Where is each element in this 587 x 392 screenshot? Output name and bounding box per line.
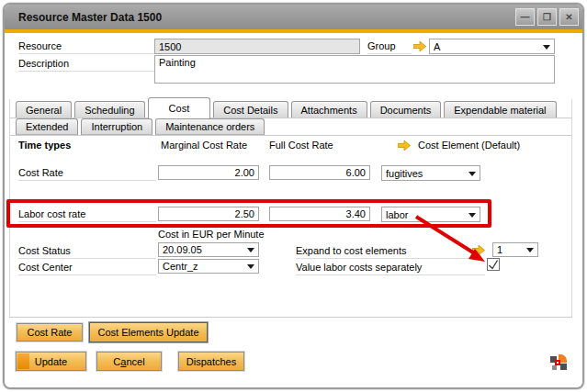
full-cost-rate-header: Full Cost Rate — [269, 140, 333, 152]
group-value: A — [434, 41, 440, 52]
chevron-down-icon — [247, 248, 254, 252]
value-labor-costs-checkbox[interactable] — [487, 258, 500, 271]
cost-element-header: Cost Element (Default) — [418, 140, 520, 152]
cost-rate-cost-element-select[interactable]: fugitives — [381, 165, 480, 181]
tab-general[interactable]: General — [16, 101, 72, 118]
labor-cost-rate-row-label: Labor cost rate — [18, 208, 156, 222]
cost-rate-marginal-input[interactable]: 2.00 — [158, 165, 259, 180]
labor-cost-rate-full-input[interactable]: 3.40 — [269, 207, 370, 221]
tab-documents[interactable]: Documents — [370, 101, 442, 118]
expand-form-icon[interactable] — [550, 354, 568, 372]
title-bar: Resource Master Data 1500 — [5, 5, 582, 29]
tab-scheduling[interactable]: Scheduling — [74, 101, 144, 118]
tab-separator-line-2 — [9, 135, 571, 136]
panel-bottom-edge — [9, 317, 572, 318]
cost-rate-button[interactable]: Cost Rate — [17, 323, 83, 342]
labor-cost-rate-marginal-input[interactable]: 2.50 — [158, 207, 259, 221]
check-icon — [488, 259, 499, 270]
tab-expendable-material[interactable]: Expendable material — [444, 101, 556, 118]
chevron-down-icon — [247, 264, 254, 269]
value-labor-costs-label: Value labor costs separately — [296, 262, 485, 275]
time-types-header: Time types — [18, 140, 71, 152]
link-arrow-icon[interactable] — [413, 41, 427, 51]
window-controls: — ❐ ✕ — [515, 8, 579, 26]
gold-accent-bar — [5, 29, 582, 33]
expand-to-cost-elements-label: Expand to cost elements — [296, 245, 471, 259]
update-button[interactable]: Update — [16, 352, 86, 371]
description-label: Description — [18, 58, 154, 72]
cost-center-select[interactable]: Centr_z — [158, 259, 259, 274]
tab-row-2: Extended Interruption Maintenance orders — [16, 118, 265, 135]
tab-extended[interactable]: Extended — [16, 118, 78, 135]
chevron-down-icon — [468, 213, 476, 218]
maximize-icon[interactable]: ❐ — [537, 8, 557, 26]
panel-right-edge — [571, 99, 572, 317]
link-arrow-icon[interactable] — [472, 245, 486, 255]
description-field[interactable]: Painting — [154, 55, 555, 84]
dispatches-button[interactable]: Dispatches — [178, 352, 244, 371]
cost-status-label: Cost Status — [18, 245, 156, 259]
chevron-down-icon — [543, 45, 550, 50]
chevron-down-icon — [468, 172, 476, 176]
window-title: Resource Master Data 1500 — [18, 11, 162, 24]
tab-row-1: General Scheduling Cost Cost Details Att… — [16, 97, 557, 118]
cost-rate-row-label: Cost Rate — [18, 167, 156, 181]
tab-interruption[interactable]: Interruption — [81, 118, 152, 135]
chevron-down-icon — [526, 248, 534, 252]
resource-field[interactable]: 1500 — [154, 39, 360, 54]
cost-rate-full-input[interactable]: 6.00 — [269, 165, 370, 180]
group-select[interactable]: A — [429, 39, 555, 54]
resource-label: Resource — [18, 40, 154, 54]
tab-cost-details[interactable]: Cost Details — [213, 101, 288, 118]
group-label: Group — [367, 40, 412, 54]
unit-note: Cost in EUR per Minute — [158, 229, 265, 241]
panel-left-edge — [9, 99, 10, 317]
minimize-icon[interactable]: — — [515, 8, 535, 26]
marginal-cost-rate-header: Marginal Cost Rate — [161, 140, 247, 152]
link-arrow-icon[interactable] — [398, 140, 412, 151]
tab-maintenance-orders[interactable]: Maintenance orders — [155, 118, 265, 135]
cancel-button[interactable]: Cancel — [96, 352, 162, 371]
close-icon[interactable]: ✕ — [559, 8, 579, 26]
expand-to-cost-elements-select[interactable]: 1 — [492, 242, 538, 257]
cost-center-label: Cost Center — [18, 262, 156, 275]
resource-master-data-window: Resource Master Data 1500 — ❐ ✕ Resource… — [3, 3, 584, 389]
cost-status-select[interactable]: 20.09.05 — [158, 242, 259, 257]
cost-elements-update-button[interactable]: Cost Elements Update — [89, 322, 208, 342]
labor-cost-rate-cost-element-select[interactable]: labor — [381, 207, 480, 222]
tab-cost[interactable]: Cost — [148, 97, 211, 118]
tab-attachments[interactable]: Attachments — [291, 101, 367, 118]
